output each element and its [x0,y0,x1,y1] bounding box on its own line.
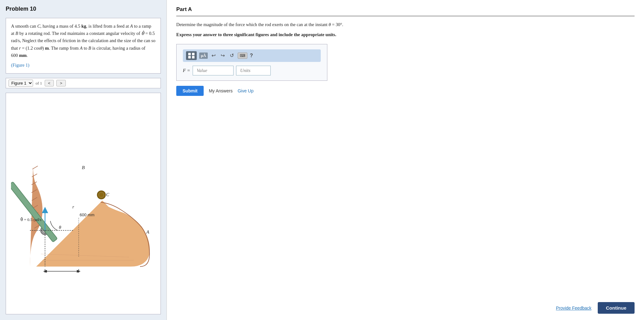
answer-box: μÅ ↩ ↪ ↺ ⌨ ? F = [176,44,327,81]
problem-text: A smooth can C, having a mass of 4.5 kg,… [11,23,155,59]
figure-prev-btn[interactable]: < [45,80,54,86]
continue-btn[interactable]: Continue [598,302,635,314]
part-question: Determine the magnitude of the force whi… [176,21,635,28]
part-instruction: Express your answer to three significant… [176,31,635,38]
figure-of-label: of 1 [36,81,42,86]
submit-btn[interactable]: Submit [176,86,204,96]
spacer [176,102,635,296]
units-input[interactable] [236,66,271,75]
figure-link-text[interactable]: (Figure 1) [11,62,155,69]
svg-text:r: r [72,205,74,209]
svg-rect-33 [192,56,195,58]
grid-icon-btn[interactable] [186,51,197,60]
figure-next-btn[interactable]: > [56,80,66,86]
svg-text:θ: θ [59,225,61,230]
figure-select[interactable]: Figure 1 [8,80,33,87]
svg-text:600 mm: 600 mm [80,212,94,217]
figure-svg: θ r [11,135,156,273]
svg-rect-31 [192,53,195,55]
reset-btn[interactable]: ↺ [229,52,235,59]
figure-controls: Figure 1 of 1 < > [6,78,161,88]
right-panel: Part A Determine the magnitude of the fo… [167,0,644,320]
value-input[interactable] [193,66,234,75]
svg-line-1 [32,174,37,177]
bottom-row: Provide Feedback Continue [176,302,635,314]
svg-line-0 [32,166,38,169]
left-panel: Problem 10 A smooth can C, having a mass… [0,0,167,320]
undo-btn[interactable]: ↩ [210,52,217,59]
svg-point-13 [97,191,105,199]
problem-title: Problem 10 [6,6,161,12]
answer-toolbar: μÅ ↩ ↪ ↺ ⌨ ? [183,49,321,62]
keyboard-btn[interactable]: ⌨ [238,52,247,59]
problem-text-box: A smooth can C, having a mass of 4.5 kg,… [6,18,161,74]
svg-text:B: B [82,165,85,170]
redo-btn[interactable]: ↪ [219,52,226,59]
submit-row: Submit My Answers Give Up [176,86,635,96]
svg-rect-32 [188,56,191,58]
svg-text:A: A [146,229,150,234]
help-btn[interactable]: ? [250,53,253,58]
provide-feedback-link[interactable]: Provide Feedback [556,306,591,311]
part-title: Part A [176,6,635,16]
my-answers-label: My Answers [209,88,232,93]
f-label: F = [183,68,190,73]
svg-text:C: C [106,192,110,197]
give-up-link[interactable]: Give Up [238,88,254,93]
figure-1-link: (Figure 1) [11,63,29,68]
svg-rect-30 [188,53,191,55]
mu-alpha-btn[interactable]: μÅ [199,52,208,59]
figure-image-box: θ r [6,93,161,314]
svg-text:θ̇ = 0.5 rad/s: θ̇ = 0.5 rad/s [20,217,42,222]
input-row: F = [183,66,321,75]
